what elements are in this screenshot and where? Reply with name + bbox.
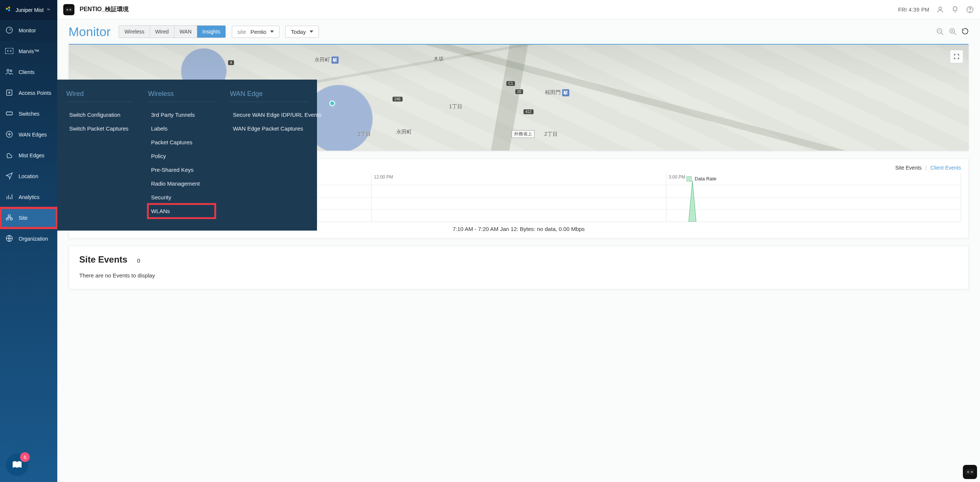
svg-rect-15	[10, 218, 13, 220]
site-events-link[interactable]: Site Events	[895, 165, 921, 171]
docs-badge[interactable]: 6	[6, 454, 28, 476]
book-icon	[11, 459, 23, 471]
flyout-item-security[interactable]: Security	[148, 191, 215, 204]
map-label: 1丁目	[449, 103, 463, 110]
sidebar-item-clients[interactable]: Clients	[0, 62, 57, 83]
flyout-item-switch-configuration[interactable]: Switch Configuration	[66, 108, 133, 122]
wan-icon	[5, 130, 13, 140]
road-shield: C1	[506, 81, 515, 86]
client-events-link[interactable]: Client Events	[931, 165, 961, 171]
svg-point-20	[939, 7, 941, 9]
sidebar-item-ap[interactable]: Access Points	[0, 83, 57, 103]
docs-count: 6	[20, 452, 30, 462]
svg-point-18	[67, 9, 68, 10]
sidebar-item-analytics[interactable]: Analytics	[0, 187, 57, 208]
road-shield: 246	[393, 97, 402, 102]
flyout-item-labels[interactable]: Labels	[148, 122, 215, 135]
svg-point-27	[967, 471, 969, 473]
date-selector-value: Today	[291, 29, 306, 35]
flyout-item-secure-wan-edge-idp-url-events[interactable]: Secure WAN Edge IDP/URL Events	[230, 108, 308, 122]
flyout-item-wlans[interactable]: WLANs	[148, 204, 215, 218]
svg-rect-26	[966, 469, 974, 474]
flyout-item-pre-shared-keys[interactable]: Pre-Shared Keys	[148, 163, 215, 177]
events-count: 0	[137, 258, 140, 264]
flyout-item-wan-edge-packet-captures[interactable]: WAN Edge Packet Captures	[230, 122, 308, 135]
fullscreen-button[interactable]	[950, 50, 963, 63]
sidebar-item-label: Analytics	[19, 194, 40, 200]
flyout-column-wan-edge: WAN EdgeSecure WAN Edge IDP/URL EventsWA…	[230, 90, 308, 218]
flyout-item-3rd-party-tunnels[interactable]: 3rd Party Tunnels	[148, 108, 215, 122]
refresh-icon[interactable]	[961, 27, 969, 36]
sidebar-item-monitor[interactable]: Monitor	[0, 20, 57, 41]
flyout-item-radio-management[interactable]: Radio Management	[148, 177, 215, 191]
svg-rect-0	[6, 8, 8, 10]
brand-logo-icon	[5, 6, 13, 14]
flyout-heading: WAN Edge	[230, 90, 308, 102]
svg-rect-2	[8, 9, 10, 11]
site-flyout: WiredSwitch ConfigurationSwitch Packet C…	[57, 80, 317, 231]
date-selector[interactable]: Today	[285, 25, 319, 38]
map-label: 2丁目	[544, 131, 558, 138]
zoom-in-icon[interactable]	[949, 27, 957, 36]
sidebar-item-wan[interactable]: WAN Edges	[0, 124, 57, 145]
main: PENTIO_検証環境 FRI 4:39 PM Monitor Wireless…	[57, 0, 980, 482]
tab-wan[interactable]: WAN	[175, 25, 197, 38]
caret-down-icon	[270, 30, 274, 33]
flyout-item-policy[interactable]: Policy	[148, 149, 215, 163]
sidebar-item-label: Organization	[19, 236, 48, 242]
sidebar-item-site[interactable]: Site	[0, 208, 57, 228]
help-icon[interactable]	[966, 6, 974, 14]
nav: MonitorMarvis™ClientsAccess PointsSwitch…	[0, 20, 57, 249]
flyout-column-wired: WiredSwitch ConfigurationSwitch Packet C…	[66, 90, 133, 218]
svg-rect-11	[6, 112, 13, 115]
map-pin[interactable]	[329, 100, 335, 107]
station-badge: 駅	[562, 89, 569, 96]
data-spike	[681, 177, 703, 222]
map-label: 永田町駅	[314, 57, 330, 63]
map-label: 外務省上	[512, 130, 535, 138]
station-badge: 駅	[331, 57, 339, 64]
app-root: Juniper Mist ™ MonitorMarvis™ClientsAcce…	[0, 0, 980, 482]
analytics-icon	[5, 192, 13, 202]
env-icon	[63, 4, 75, 15]
svg-rect-1	[8, 7, 10, 8]
svg-point-28	[971, 471, 972, 473]
sidebar-item-switches[interactable]: Switches	[0, 103, 57, 124]
sidebar-item-label: Location	[19, 173, 38, 179]
flyout-heading: Wired	[66, 90, 133, 102]
svg-point-7	[7, 69, 9, 72]
page-header: Monitor WirelessWiredWANInsights site Pe…	[57, 19, 980, 44]
map-label: 永田町	[396, 129, 412, 135]
fullscreen-icon	[953, 53, 960, 60]
sidebar-item-mist[interactable]: Mist Edges	[0, 145, 57, 166]
mist-icon	[5, 151, 13, 160]
sidebar-item-label: WAN Edges	[19, 132, 47, 138]
tab-insights[interactable]: Insights	[197, 25, 226, 38]
ap-icon	[5, 89, 13, 98]
tab-wireless[interactable]: Wireless	[119, 25, 150, 38]
site-selector[interactable]: site Pentio	[232, 25, 279, 38]
map-label: 桜田門駅	[545, 89, 561, 96]
sidebar-item-marvis[interactable]: Marvis™	[0, 41, 57, 62]
road-shield: 20	[515, 89, 523, 94]
svg-point-19	[70, 9, 71, 10]
flyout-item-switch-packet-captures[interactable]: Switch Packet Captures	[66, 122, 133, 135]
svg-point-8	[10, 70, 12, 72]
marvis-chat-launcher[interactable]	[963, 465, 977, 479]
sidebar-item-org[interactable]: Organization	[0, 228, 57, 249]
sidebar-item-label: Clients	[19, 69, 35, 75]
marvis-icon	[5, 48, 13, 55]
sidebar-item-label: Mist Edges	[19, 153, 44, 158]
monitor-icon	[5, 26, 13, 35]
lightbulb-icon[interactable]	[951, 6, 959, 14]
map-label: 2丁目	[358, 131, 371, 138]
svg-rect-13	[8, 215, 10, 216]
user-icon[interactable]	[936, 6, 944, 14]
location-icon	[5, 172, 13, 181]
sidebar-item-location[interactable]: Location	[0, 166, 57, 187]
legend-swatch	[686, 176, 692, 181]
flyout-item-packet-captures[interactable]: Packet Captures	[148, 135, 215, 149]
tab-wired[interactable]: Wired	[150, 25, 175, 38]
zoom-out-icon[interactable]	[936, 27, 944, 36]
sidebar-item-label: Marvis™	[19, 48, 39, 54]
